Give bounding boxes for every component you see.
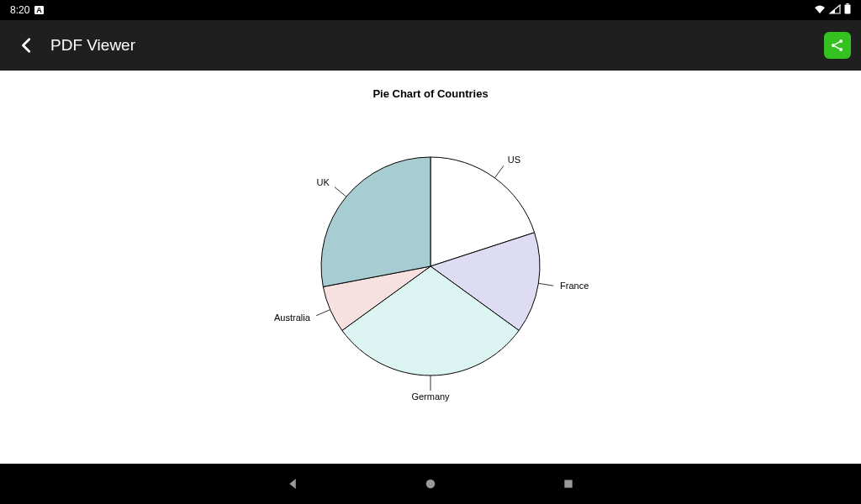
app-title: PDF Viewer: [50, 36, 135, 55]
leader-line: [494, 165, 504, 178]
svg-point-7: [426, 480, 436, 489]
share-button[interactable]: [824, 32, 851, 59]
pie-chart: USFranceGermanyAustraliaUK: [220, 115, 641, 417]
leader-line: [538, 283, 553, 286]
nav-recent-button[interactable]: [558, 474, 578, 494]
status-time: 8:20: [10, 4, 29, 16]
status-bar: 8:20 A: [0, 0, 861, 20]
slice-label: Germany: [411, 391, 450, 402]
leader-line: [316, 310, 330, 316]
slice-label: US: [508, 155, 520, 165]
slice-label: Australia: [274, 312, 311, 323]
back-button[interactable]: [10, 29, 44, 62]
status-a-icon: A: [34, 6, 44, 14]
battery-icon: [844, 3, 851, 17]
app-bar: PDF Viewer: [0, 20, 861, 71]
svg-rect-8: [564, 480, 572, 487]
svg-rect-1: [845, 5, 851, 14]
pie-slice: [321, 157, 430, 286]
svg-line-5: [835, 42, 840, 45]
chart-title: Pie Chart of Countries: [178, 71, 683, 100]
signal-icon: [829, 4, 841, 17]
system-nav-bar: [0, 464, 861, 504]
svg-rect-0: [847, 3, 849, 5]
slice-label: UK: [317, 177, 330, 187]
svg-line-6: [835, 46, 840, 49]
slice-label: France: [560, 281, 589, 291]
wifi-icon: [814, 4, 826, 17]
nav-back-button[interactable]: [283, 474, 303, 494]
document-viewport[interactable]: Pie Chart of Countries USFranceGermanyAu…: [0, 71, 861, 464]
nav-home-button[interactable]: [420, 474, 441, 494]
leader-line: [335, 187, 346, 197]
chart-container: Pie Chart of Countries USFranceGermanyAu…: [178, 71, 683, 440]
